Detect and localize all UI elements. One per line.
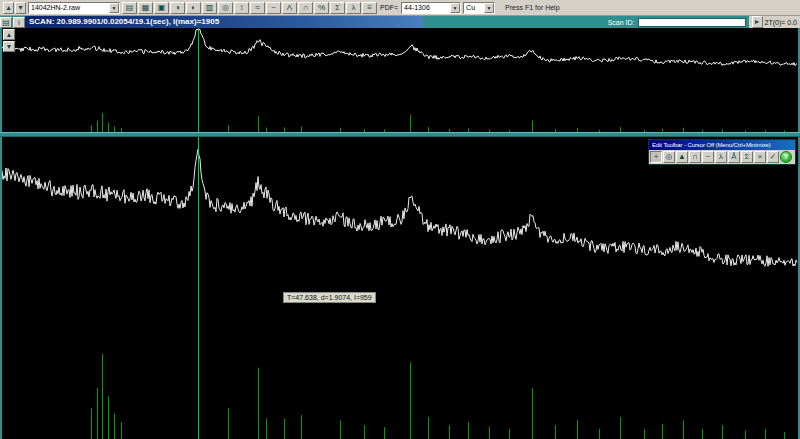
help-text: Press F1 for Help xyxy=(505,4,559,11)
apply-edit-button[interactable]: ✓ xyxy=(767,151,779,163)
help-button[interactable]: ? xyxy=(780,151,792,163)
anode-value: Cu xyxy=(466,4,475,11)
anode-dropdown[interactable]: Cu ▼ xyxy=(463,2,495,14)
kalpha2-strip-button[interactable]: λ xyxy=(715,151,727,163)
scan-down-button[interactable]: ▾ xyxy=(3,41,15,52)
zoom-out-button[interactable]: ◎ xyxy=(218,2,233,14)
peak-cursor-button[interactable]: ▲ xyxy=(676,151,688,163)
xrd-zoom-chart[interactable] xyxy=(2,137,798,439)
tile-windows-button[interactable]: ▥ xyxy=(202,2,217,14)
area-cursor-button[interactable]: ∩ xyxy=(689,151,701,163)
background-button[interactable]: ≈ xyxy=(250,2,265,14)
report-button[interactable]: ≡ xyxy=(362,2,377,14)
scan-id-label: Scan ID: xyxy=(608,19,638,26)
d-spacing-button[interactable]: Å xyxy=(728,151,740,163)
scan-info-button[interactable]: i xyxy=(13,17,25,28)
chevron-down-icon[interactable]: ▼ xyxy=(450,3,460,13)
scan-list-button[interactable]: ▤ xyxy=(0,17,12,28)
open-file-button[interactable]: ▤ xyxy=(122,2,137,14)
chevron-down-icon[interactable]: ▼ xyxy=(484,3,494,13)
status-left-buttons: ▤i xyxy=(0,17,25,28)
scan-file-name: 14042HN-2.raw xyxy=(31,4,80,11)
edit-toolbar-buttons: +◎▲∩~λÅΣ×✓? xyxy=(649,150,795,164)
scan-file-dropdown[interactable]: 14042HN-2.raw ▼ xyxy=(28,2,120,14)
sum-button[interactable]: Σ xyxy=(330,2,345,14)
print-button[interactable]: ▣ xyxy=(154,2,169,14)
xrd-overview-chart[interactable] xyxy=(2,28,798,132)
scan-up-button[interactable]: ▴ xyxy=(3,29,15,40)
scan-info-bar: SCAN: 20.989.9901/0.02054/19.1(sec), I(m… xyxy=(25,16,423,28)
pdf-number-value: 44-1306 xyxy=(404,4,430,11)
overlay-scans-button[interactable]: ◐ xyxy=(186,2,201,14)
scan-nav-group: ▴▾ xyxy=(3,2,26,14)
copy-button[interactable]: ◑ xyxy=(170,2,185,14)
pdf-number-input[interactable]: 44-1306 ▼ xyxy=(401,2,461,14)
two-theta-zero-button[interactable]: ▸ xyxy=(752,16,763,28)
xrd-analysis-window: ▴▾ 14042HN-2.raw ▼ ▤▦▣◑◐▥◎↕≈~Λ∩%Σλ≡ PDF=… xyxy=(0,0,800,439)
zoom-chart-panel: Edit Toolbar - Cursor Off (Menu/Ctrl+Min… xyxy=(0,137,800,439)
scan-id-input[interactable] xyxy=(638,18,746,27)
main-toolbar: ▴▾ 14042HN-2.raw ▼ ▤▦▣◑◐▥◎↕≈~Λ∩%Σλ≡ PDF=… xyxy=(0,0,800,16)
overview-chart-panel: ▴▾ xyxy=(0,28,800,132)
edit-toolbar-title[interactable]: Edit Toolbar - Cursor Off (Menu/Ctrl+Min… xyxy=(649,140,795,150)
cursor-readout: T=47.638, d=1.9074, I=959 xyxy=(283,292,376,303)
zoom-mode-button[interactable]: ◎ xyxy=(663,151,675,163)
two-theta-zero-group: ▸ 2T(0)= 0.0 xyxy=(749,16,800,28)
status-bar: ▤i SCAN: 20.989.9901/0.02054/19.1(sec), … xyxy=(0,16,800,28)
scan-prev-button[interactable]: ▴ xyxy=(3,2,14,14)
cursor-mode-button[interactable]: + xyxy=(650,151,662,163)
smooth-button[interactable]: ~ xyxy=(266,2,281,14)
two-theta-zero-value: 2T(0)= 0.0 xyxy=(765,19,798,26)
toolbar-button-group: ▤▦▣◑◐▥◎↕≈~Λ∩%Σλ≡ xyxy=(122,2,377,14)
edit-toolbar-window: Edit Toolbar - Cursor Off (Menu/Ctrl+Min… xyxy=(648,139,796,165)
delete-edit-button[interactable]: × xyxy=(754,151,766,163)
panel-mini-nav: ▴▾ xyxy=(3,29,15,52)
scan-next-button[interactable]: ▾ xyxy=(15,2,26,14)
wavelength-button[interactable]: λ xyxy=(346,2,361,14)
peak-search-button[interactable]: Λ xyxy=(282,2,297,14)
pdf-label: PDF= xyxy=(379,4,399,11)
percent-button[interactable]: % xyxy=(314,2,329,14)
chevron-down-icon[interactable]: ▼ xyxy=(109,3,119,13)
full-scale-button[interactable]: ↕ xyxy=(234,2,249,14)
save-file-button[interactable]: ▦ xyxy=(138,2,153,14)
background-edit-button[interactable]: ~ xyxy=(702,151,714,163)
profile-fit-button[interactable]: ∩ xyxy=(298,2,313,14)
integrate-button[interactable]: Σ xyxy=(741,151,753,163)
